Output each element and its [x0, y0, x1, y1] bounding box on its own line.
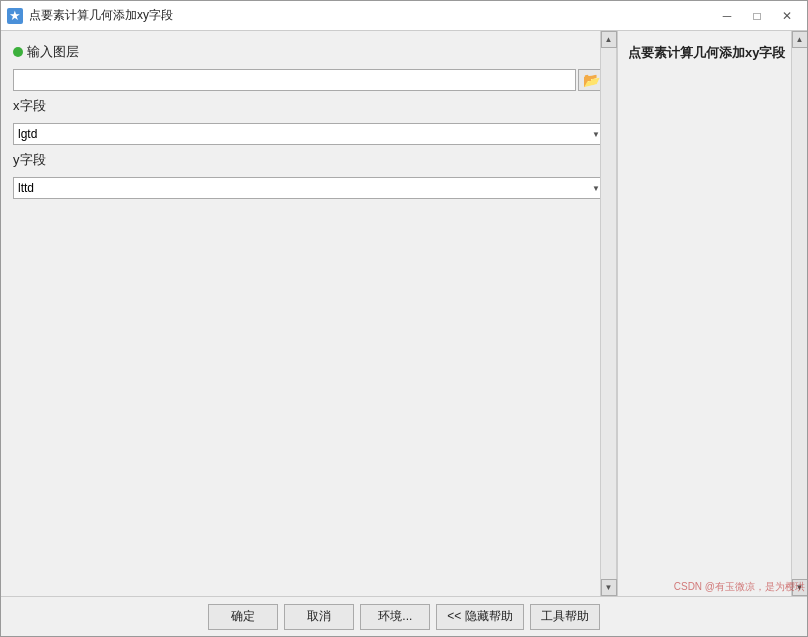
footer: 确定 取消 环境... << 隐藏帮助 工具帮助 [1, 596, 807, 636]
y-field-label: y字段 [13, 151, 604, 169]
scroll-up-arrow[interactable]: ▲ [601, 31, 617, 48]
confirm-button[interactable]: 确定 [208, 604, 278, 630]
scroll-track[interactable] [601, 48, 616, 579]
title-bar-left: ★ 点要素计算几何添加xy字段 [7, 7, 173, 24]
maximize-button[interactable]: □ [743, 6, 771, 26]
window-title: 点要素计算几何添加xy字段 [29, 7, 173, 24]
title-bar: ★ 点要素计算几何添加xy字段 ─ □ ✕ [1, 1, 807, 31]
left-panel: 输入图层 📂 x字段 lgtd lttd other [1, 31, 617, 596]
window-icon: ★ [7, 8, 23, 24]
folder-icon: 📂 [583, 72, 600, 88]
input-layer-label: 输入图层 [13, 43, 604, 61]
right-panel: 点要素计算几何添加xy字段 ▲ ▼ CSDN @有玉微凉，是为樱珙 [617, 31, 807, 596]
cancel-button[interactable]: 取消 [284, 604, 354, 630]
y-field-select[interactable]: lttd lgtd other [13, 177, 604, 199]
left-panel-inner: 输入图层 📂 x字段 lgtd lttd other [13, 43, 604, 199]
input-layer-row: 📂 [13, 69, 604, 91]
minimize-button[interactable]: ─ [713, 6, 741, 26]
scroll-down-arrow[interactable]: ▼ [601, 579, 617, 596]
right-scroll-track[interactable] [792, 48, 807, 579]
right-scrollbar[interactable]: ▲ ▼ [791, 31, 807, 596]
close-button[interactable]: ✕ [773, 6, 801, 26]
main-window: ★ 点要素计算几何添加xy字段 ─ □ ✕ 输入图层 📂 [0, 0, 808, 637]
x-field-select[interactable]: lgtd lttd other [13, 123, 604, 145]
env-button[interactable]: 环境... [360, 604, 430, 630]
right-scroll-down[interactable]: ▼ [792, 579, 808, 596]
hide-help-button[interactable]: << 隐藏帮助 [436, 604, 523, 630]
left-spacer [13, 205, 604, 584]
tool-help-button[interactable]: 工具帮助 [530, 604, 600, 630]
x-field-label: x字段 [13, 97, 604, 115]
required-dot [13, 47, 23, 57]
right-scroll-up[interactable]: ▲ [792, 31, 808, 48]
help-text: 点要素计算几何添加xy字段 [628, 43, 797, 63]
x-field-combo-wrapper: lgtd lttd other [13, 123, 604, 145]
input-layer-field[interactable] [13, 69, 576, 91]
left-scrollbar[interactable]: ▲ ▼ [600, 31, 616, 596]
watermark: CSDN @有玉微凉，是为樱珙 [674, 580, 805, 594]
main-content: 输入图层 📂 x字段 lgtd lttd other [1, 31, 807, 596]
title-controls: ─ □ ✕ [713, 6, 801, 26]
y-field-combo-wrapper: lttd lgtd other [13, 177, 604, 199]
